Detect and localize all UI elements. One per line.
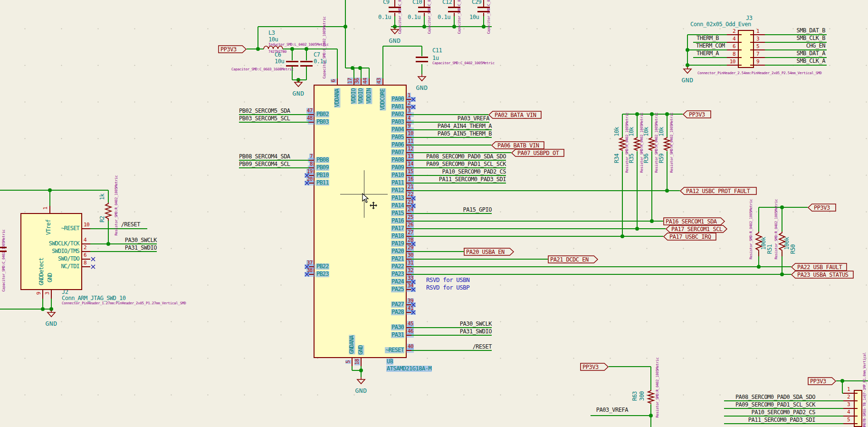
ic-pin-number[interactable]: 32: [407, 268, 414, 273]
footprint-text[interactable]: Capacitor_SMD:C_0402_1005Metric: [458, 0, 461, 34]
wire[interactable]: [411, 122, 489, 123]
ic-pin-name[interactable]: PA21: [391, 256, 404, 262]
gnd-power-label[interactable]: GND: [293, 90, 305, 97]
j2-pin-number[interactable]: 8: [84, 260, 86, 266]
j3-pin-number[interactable]: 7: [756, 51, 759, 57]
footprint-text[interactable]: 742792780: [268, 50, 286, 54]
j3-pin-notch[interactable]: [750, 65, 754, 66]
wire[interactable]: [421, 46, 422, 56]
j2-pin-name[interactable]: VTref: [46, 220, 52, 235]
ic-pin-name[interactable]: PA23: [391, 271, 404, 277]
net-label--reset[interactable]: /RESET: [473, 344, 492, 350]
ic-pin-name[interactable]: PB22: [316, 263, 329, 270]
net-label-pa05-ain5-therm-b[interactable]: PA05_AIN5_THERM_B: [438, 131, 492, 137]
net-label-pa03-vrefa[interactable]: PA03_VREFA: [458, 116, 489, 122]
wire[interactable]: [411, 327, 492, 328]
wire[interactable]: [411, 160, 506, 161]
wire[interactable]: [411, 213, 492, 214]
ic-pin-name[interactable]: PB03: [316, 119, 329, 125]
component-ref-value[interactable]: 0.1u: [408, 14, 420, 20]
ic-pin-name[interactable]: VDDCORE: [380, 88, 386, 111]
resistor-symbol[interactable]: [778, 232, 786, 252]
resistor-symbol[interactable]: [663, 137, 671, 151]
net-label-pa08-sercom0-pad0-sda-sdo[interactable]: PA08_SERCOM0_PAD0_SDA_SDO: [735, 394, 815, 400]
footprint-text[interactable]: Resistor_SMD:R_0402_1005Metric: [114, 175, 118, 235]
net-label-pa31-swdio[interactable]: PA31_SWDIO: [125, 245, 157, 251]
wire[interactable]: [411, 251, 464, 252]
ic-pin-number[interactable]: 9: [407, 123, 411, 129]
footprint-text[interactable]: Connector_PinHeader_2.54mm:PinHeader_2x0…: [697, 71, 821, 75]
j3-pin-number[interactable]: 3: [756, 36, 759, 42]
j3-pin-notch[interactable]: [750, 49, 754, 50]
component-ref-value[interactable]: C7: [314, 52, 320, 58]
wire[interactable]: [651, 114, 652, 137]
j2-pin-name[interactable]: ~RESET: [61, 225, 79, 232]
capacitor-plate[interactable]: [477, 7, 490, 8]
ic-pin-stub[interactable]: [337, 78, 338, 85]
ic-reference[interactable]: U8: [386, 359, 393, 365]
ic-pin-number[interactable]: 4: [407, 116, 411, 121]
gnd-power-symbol[interactable]: [417, 74, 427, 82]
junction-dot[interactable]: [358, 66, 362, 70]
j3-pin-notch[interactable]: [738, 34, 742, 35]
pin-stub[interactable]: [754, 42, 765, 43]
component-ref-value[interactable]: R63: [632, 391, 638, 401]
ic-pin-number[interactable]: 7: [309, 154, 313, 159]
ic-pin-name[interactable]: PA25: [391, 286, 404, 292]
net-label-pa11-sercom0-pad3-sdi[interactable]: PA11_SERCOM0_PAD3_SDI: [439, 176, 506, 183]
power-label-pp3v3[interactable]: PP3V3: [808, 204, 836, 212]
ic-pin-name[interactable]: PA05: [391, 134, 404, 140]
gnd-power-label[interactable]: GND: [682, 77, 694, 84]
j2-pin-number[interactable]: 4: [84, 237, 86, 243]
j3-pin-number[interactable]: 1: [756, 29, 759, 34]
wire[interactable]: [411, 114, 488, 115]
resistor-symbol[interactable]: [619, 137, 626, 151]
ic-pin-name[interactable]: ~RESET: [385, 347, 404, 353]
ic-pin-number[interactable]: 12: [407, 146, 414, 152]
junction-dot[interactable]: [256, 47, 260, 51]
conn-br-pin-number[interactable]: 4: [847, 409, 850, 415]
ic-pin-number[interactable]: 3: [407, 108, 411, 114]
j2-pin-name[interactable]: SWDIO/TMS: [52, 248, 79, 254]
pin-stub[interactable]: [424, 0, 425, 7]
footprint-text[interactable]: Resistor_SMD:R_0402_1005Metric: [749, 199, 753, 259]
wire[interactable]: [411, 183, 506, 184]
capacitor-plate[interactable]: [418, 7, 430, 8]
j3-pin-number[interactable]: 6: [733, 44, 735, 49]
wire[interactable]: [411, 236, 663, 237]
note-text[interactable]: RSVD for USBN: [426, 277, 469, 283]
ic-pin-name[interactable]: PB09: [316, 165, 329, 171]
footprint-text[interactable]: Capacitor_SMD:C_0402_1005Metric: [323, 17, 326, 79]
j3-pin-notch[interactable]: [738, 42, 742, 43]
power-label-pp3v3[interactable]: PP3V3: [580, 363, 609, 371]
component-ref-value[interactable]: C10: [412, 0, 422, 5]
ic-pin-stub[interactable]: [407, 335, 411, 336]
ic-pin-stub[interactable]: [309, 274, 314, 275]
j3-pin-notch[interactable]: [750, 34, 754, 35]
ic-pin-name[interactable]: PA18: [391, 233, 404, 239]
component-ref-value[interactable]: 10k: [629, 127, 635, 136]
net-label-pa10-sercom0-pad2-cs[interactable]: PA10_SERCOM0_PAD2_CS: [442, 169, 506, 175]
wire[interactable]: [411, 167, 506, 168]
conn-br-pin-number[interactable]: 5: [847, 417, 850, 423]
conn-br-pin-notch[interactable]: [854, 423, 858, 424]
ic-pin-name[interactable]: PA24: [391, 279, 404, 285]
ic-pin-stub[interactable]: [309, 122, 314, 123]
net-label-therm-com[interactable]: THERM_COM: [696, 43, 725, 49]
conn-br-pin-notch[interactable]: [854, 408, 858, 409]
component-ref-value[interactable]: C12: [442, 0, 452, 5]
ic-pin-stub[interactable]: [309, 183, 314, 184]
component-connector-j3[interactable]: [738, 30, 754, 68]
resistor-symbol[interactable]: [105, 203, 112, 220]
wire[interactable]: [306, 67, 307, 80]
wire[interactable]: [411, 335, 492, 336]
ic-pin-name[interactable]: PB08: [316, 157, 329, 163]
component-ref-value[interactable]: 0.1u: [438, 14, 450, 20]
pin-stub[interactable]: [727, 65, 738, 66]
ic-pin-number[interactable]: 14: [407, 161, 414, 167]
gnd-power-symbol[interactable]: [47, 310, 56, 318]
ic-pin-number[interactable]: 6: [331, 79, 336, 83]
no-connect-x[interactable]: [305, 181, 309, 185]
ic-pin-number[interactable]: 31: [407, 260, 414, 266]
global-label-pa07_usbpd_ot[interactable]: PA07_USBPD_OT: [511, 149, 564, 157]
